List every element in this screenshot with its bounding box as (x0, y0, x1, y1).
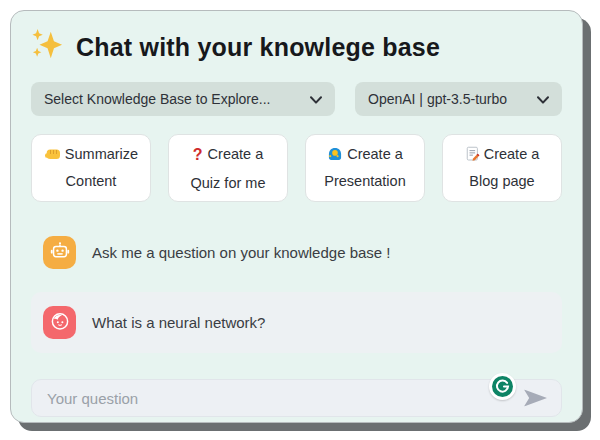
sparkles-icon (31, 27, 63, 67)
model-select-value: OpenAI | gpt-3.5-turbo (368, 91, 507, 107)
button-label: Create a Blog page (469, 146, 539, 189)
question-input[interactable] (45, 389, 491, 408)
robot-icon (49, 240, 71, 266)
user-avatar (43, 306, 76, 339)
selector-row: Select Knowledge Base to Explore... Open… (31, 82, 562, 116)
memo-icon (465, 146, 480, 162)
person-bowing-icon (327, 146, 343, 162)
person-face-icon (49, 310, 71, 336)
create-quiz-button[interactable]: ?Create a Quiz for me (168, 134, 288, 202)
chat-input-container (31, 379, 562, 417)
knowledge-base-select-value: Select Knowledge Base to Explore... (44, 91, 270, 107)
fist-icon (44, 147, 61, 162)
question-mark-icon: ? (193, 146, 203, 163)
page-title: Chat with your knowlege base (76, 33, 440, 62)
quick-actions: Summarize Content ?Create a Quiz for me … (31, 134, 562, 202)
model-select[interactable]: OpenAI | gpt-3.5-turbo (355, 82, 562, 116)
assistant-avatar (43, 236, 76, 269)
create-presentation-button[interactable]: Create a Presentation (305, 134, 425, 202)
assistant-message-row: Ask me a question on your knowledge base… (31, 226, 562, 279)
create-blog-button[interactable]: Create a Blog page (442, 134, 562, 202)
knowledge-base-select[interactable]: Select Knowledge Base to Explore... (31, 82, 335, 116)
user-message-row: What is a neural network? (31, 292, 562, 353)
page-header: Chat with your knowlege base (31, 29, 562, 65)
button-label: Summarize Content (65, 146, 138, 189)
assistant-message-text: Ask me a question on your knowledge base… (92, 244, 391, 261)
chevron-down-icon (310, 91, 322, 107)
send-button[interactable] (520, 386, 551, 411)
chevron-down-icon (537, 91, 549, 107)
chat-app-window: Chat with your knowlege base Select Know… (10, 10, 583, 423)
send-icon (524, 395, 547, 410)
summarize-content-button[interactable]: Summarize Content (31, 134, 151, 202)
user-message-text: What is a neural network? (92, 314, 265, 331)
grammarly-icon[interactable] (489, 373, 516, 400)
